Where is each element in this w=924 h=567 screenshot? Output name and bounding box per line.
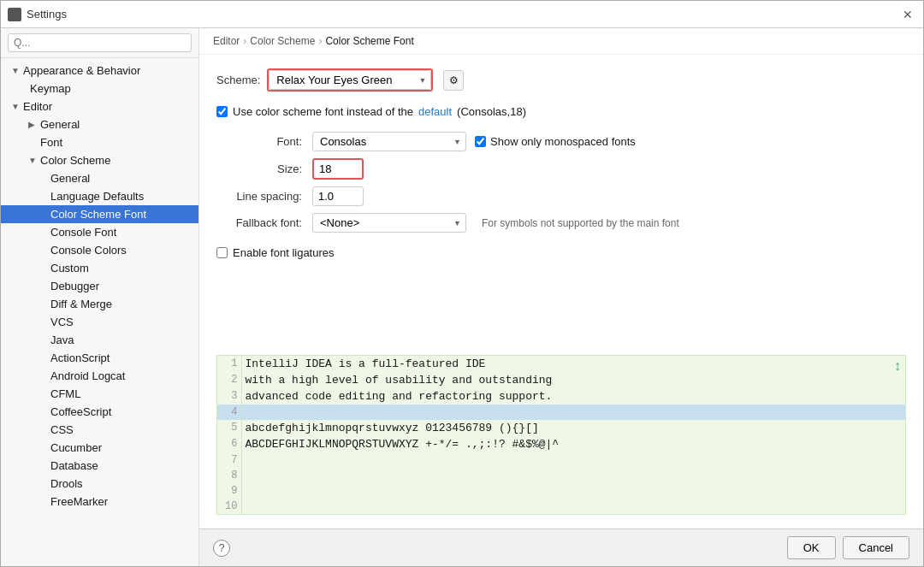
sidebar-item-language-defaults[interactable]: Language Defaults bbox=[1, 187, 198, 205]
sidebar-item-label: Custom bbox=[50, 262, 89, 275]
line-code bbox=[241, 483, 905, 499]
monospaced-checkbox[interactable] bbox=[475, 136, 486, 147]
sidebar-item-keymap[interactable]: Keymap bbox=[1, 80, 198, 97]
sidebar-item-color-scheme[interactable]: ▼ Color Scheme bbox=[1, 151, 198, 169]
size-label: Size: bbox=[216, 162, 302, 175]
monospaced-checkbox-row: Show only monospaced fonts bbox=[475, 135, 636, 148]
ligatures-row: Enable font ligatures bbox=[216, 246, 906, 259]
preview-line: 5abcdefghijklmnopqrstuvwxyz 0123456789 (… bbox=[217, 420, 905, 436]
sidebar-item-freemarker[interactable]: FreeMarker bbox=[1, 493, 198, 511]
sidebar-item-debugger[interactable]: Debugger bbox=[1, 277, 198, 295]
line-number: 1 bbox=[217, 356, 241, 372]
line-code bbox=[241, 452, 905, 468]
sidebar-item-cs-general[interactable]: General bbox=[1, 169, 198, 187]
size-control bbox=[312, 158, 730, 180]
sidebar-item-label: Editor bbox=[23, 100, 52, 113]
preview-line: 7 bbox=[217, 452, 905, 468]
line-number: 9 bbox=[217, 483, 241, 499]
sidebar-item-coffeescript[interactable]: CoffeeScript bbox=[1, 403, 198, 421]
sidebar-item-console-font[interactable]: Console Font bbox=[1, 223, 198, 241]
size-input[interactable] bbox=[312, 158, 364, 180]
sidebar-item-css[interactable]: CSS bbox=[1, 421, 198, 439]
ok-button[interactable]: OK bbox=[787, 536, 836, 559]
preview-line: 2with a high level of usability and outs… bbox=[217, 372, 905, 388]
sidebar-item-label: Console Font bbox=[50, 226, 116, 239]
sidebar-item-android-logcat[interactable]: Android Logcat bbox=[1, 367, 198, 385]
use-color-scheme-checkbox[interactable] bbox=[216, 106, 228, 117]
sidebar-item-label: CoffeeScript bbox=[50, 405, 111, 418]
sidebar-item-editor[interactable]: ▼ Editor bbox=[1, 97, 198, 115]
sidebar-item-label: Keymap bbox=[30, 82, 71, 95]
sidebar-item-java[interactable]: Java bbox=[1, 331, 198, 349]
line-code bbox=[241, 468, 905, 483]
sidebar-item-cucumber[interactable]: Cucumber bbox=[1, 439, 198, 457]
title-bar-left: Settings bbox=[8, 8, 67, 21]
settings-icon bbox=[8, 8, 21, 21]
sidebar-item-label: Database bbox=[50, 459, 98, 472]
breadcrumb-current: Color Scheme Font bbox=[325, 35, 413, 47]
scheme-gear-button[interactable]: ⚙ bbox=[443, 70, 464, 91]
ligatures-checkbox[interactable] bbox=[216, 247, 228, 258]
breadcrumb-editor: Editor bbox=[213, 35, 240, 47]
scheme-select-container: Relax Your Eyes Green Default Darcula bbox=[269, 70, 431, 90]
font-select[interactable]: Consolas Arial Courier New bbox=[312, 132, 466, 151]
line-number: 4 bbox=[217, 405, 241, 420]
breadcrumb-sep-1: › bbox=[243, 35, 246, 47]
preview-line: 9 bbox=[217, 483, 905, 499]
sidebar-item-label: Language Defaults bbox=[50, 190, 144, 203]
cancel-button[interactable]: Cancel bbox=[843, 536, 909, 559]
default-link[interactable]: default bbox=[418, 105, 452, 118]
line-spacing-label: Line spacing: bbox=[216, 190, 302, 203]
close-button[interactable]: ✕ bbox=[899, 6, 916, 23]
sidebar-item-color-scheme-font[interactable]: Color Scheme Font bbox=[1, 205, 198, 223]
sidebar-item-vcs[interactable]: VCS bbox=[1, 313, 198, 331]
scheme-select[interactable]: Relax Your Eyes Green Default Darcula bbox=[269, 70, 431, 90]
sidebar-item-console-colors[interactable]: Console Colors bbox=[1, 241, 198, 259]
sidebar-item-label: General bbox=[40, 118, 80, 131]
line-number: 7 bbox=[217, 452, 241, 468]
sidebar-item-appearance[interactable]: ▼ Appearance & Behavior bbox=[1, 62, 198, 80]
default-hint: (Consolas,18) bbox=[457, 105, 526, 118]
line-code: IntelliJ IDEA is a full-featured IDE bbox=[241, 356, 905, 372]
line-spacing-input[interactable] bbox=[312, 186, 364, 206]
line-number: 3 bbox=[217, 388, 241, 405]
preview-line: 8 bbox=[217, 468, 905, 483]
sidebar-item-label: Appearance & Behavior bbox=[23, 64, 140, 77]
window-title: Settings bbox=[27, 8, 67, 21]
sidebar-item-database[interactable]: Database bbox=[1, 457, 198, 475]
svg-rect-0 bbox=[9, 9, 20, 20]
sidebar-item-label: Diff & Merge bbox=[50, 298, 112, 310]
preview-area: ↕ 1IntelliJ IDEA is a full-featured IDE2… bbox=[216, 355, 906, 515]
search-box bbox=[1, 28, 198, 58]
sidebar-item-label: ActionScript bbox=[50, 351, 110, 364]
sidebar-item-cfml[interactable]: CFML bbox=[1, 385, 198, 403]
sidebar-item-actionscript[interactable]: ActionScript bbox=[1, 349, 198, 367]
breadcrumb-sep-2: › bbox=[318, 35, 322, 47]
line-code bbox=[241, 499, 905, 514]
breadcrumb-color-scheme: Color Scheme bbox=[250, 35, 315, 47]
sidebar-item-label: Color Scheme bbox=[40, 154, 110, 167]
line-number: 6 bbox=[217, 436, 241, 452]
scroll-indicator: ↕ bbox=[893, 359, 902, 375]
line-code: with a high level of usability and outst… bbox=[241, 372, 905, 388]
sidebar-item-drools[interactable]: Drools bbox=[1, 475, 198, 493]
fallback-font-control: <None> For symbols not supported by the … bbox=[312, 213, 730, 233]
preview-line: 10 bbox=[217, 499, 905, 514]
sidebar-item-label: Java bbox=[50, 334, 74, 346]
sidebar-item-font[interactable]: Font bbox=[1, 133, 198, 151]
search-input[interactable] bbox=[8, 33, 192, 52]
line-code: abcdefghijklmnopqrstuvwxyz 0123456789 ()… bbox=[241, 420, 905, 436]
sidebar-item-custom[interactable]: Custom bbox=[1, 259, 198, 277]
help-button[interactable]: ? bbox=[213, 540, 230, 557]
font-select-container: Consolas Arial Courier New bbox=[312, 132, 466, 151]
font-settings-form: Font: Consolas Arial Courier New Show on… bbox=[216, 132, 730, 233]
title-bar: Settings ✕ bbox=[1, 1, 923, 28]
fallback-font-select[interactable]: <None> bbox=[312, 213, 466, 233]
line-code bbox=[241, 405, 905, 420]
sidebar-item-label: Cucumber bbox=[50, 441, 102, 454]
sidebar-item-general[interactable]: ▶ General bbox=[1, 115, 198, 133]
settings-content: Scheme: Relax Your Eyes Green Default Da… bbox=[199, 55, 923, 355]
sidebar-item-label: CFML bbox=[50, 387, 80, 400]
sidebar-item-diff-merge[interactable]: Diff & Merge bbox=[1, 295, 198, 313]
sidebar-item-label: FreeMarker bbox=[50, 495, 108, 508]
